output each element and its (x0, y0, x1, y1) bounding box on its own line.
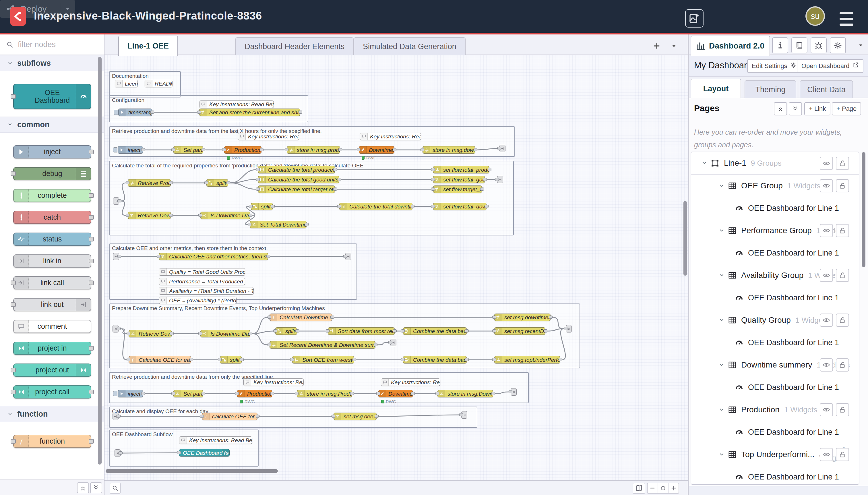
palette-node-link-out[interactable]: link out (13, 298, 91, 311)
edit-settings-button[interactable]: Edit Settings (747, 59, 801, 73)
input-port[interactable] (420, 148, 424, 151)
output-port[interactable] (248, 214, 252, 217)
flow-node-link-in[interactable] (112, 325, 119, 332)
output-port[interactable] (240, 358, 244, 361)
input-port[interactable] (198, 332, 202, 335)
palette-node-inject[interactable]: inject (13, 145, 91, 158)
flow-node-link-out[interactable] (461, 411, 467, 419)
output-port[interactable] (483, 178, 487, 181)
output-port[interactable] (305, 223, 309, 226)
flow-node-join[interactable]: Combine the data back into an array. (403, 327, 467, 335)
palette-node-complete[interactable]: complete (13, 189, 91, 202)
palette-node-project-call[interactable]: project call (13, 385, 91, 398)
tab-dashboard-2[interactable]: Dashboard 2.0 (691, 36, 770, 56)
output-port[interactable] (89, 193, 94, 198)
add-flow-button[interactable] (650, 40, 664, 52)
input-port[interactable] (492, 329, 496, 332)
flow-node-comment[interactable]: README (145, 80, 173, 87)
tree-row-page[interactable]: Line-19 Groups (691, 152, 859, 174)
flow-node-change[interactable]: set msg.downtimeSummery (494, 313, 551, 321)
tree-row-group[interactable]: Quality Group1 Widgets (691, 309, 859, 331)
flow-node-link-out[interactable] (345, 253, 351, 260)
output-port[interactable] (338, 148, 342, 151)
output-port[interactable] (350, 392, 354, 395)
palette-node-link-in[interactable]: link in (13, 254, 91, 268)
canvas-vertical-scrollbar[interactable] (683, 201, 687, 276)
canvas-search-button[interactable] (110, 483, 121, 494)
tree-row-group[interactable]: Top Underperformi...1Widgets (691, 443, 859, 466)
input-port[interactable] (492, 358, 496, 361)
collapse-pages-button[interactable] (774, 102, 787, 116)
output-port[interactable] (89, 259, 94, 263)
tree-row-widget[interactable]: OEE Dashboard for Line 1 (691, 287, 859, 309)
flow-node-link-out[interactable] (511, 388, 517, 396)
input-port[interactable] (197, 110, 201, 114)
input-port[interactable] (267, 343, 271, 346)
output-port[interactable] (480, 187, 484, 191)
output-port[interactable] (333, 168, 337, 171)
visibility-button[interactable] (820, 313, 833, 327)
input-port[interactable] (126, 214, 129, 217)
input-port[interactable] (431, 178, 435, 181)
input-port[interactable] (11, 390, 16, 394)
tab-client-data[interactable]: Client Data (800, 80, 853, 98)
output-port[interactable] (89, 280, 94, 285)
tree-row-group[interactable]: Downtime summery1 Widgets (691, 354, 859, 376)
input-port[interactable] (376, 392, 380, 395)
canvas-horizontal-scrollbar[interactable] (106, 469, 278, 473)
input-port[interactable] (218, 358, 222, 361)
flow-node-inject[interactable]: inject ↻ (118, 146, 143, 154)
flow-node-db[interactable]: ProductionData (237, 390, 272, 397)
flow-node-change[interactable]: Retrieve Production Data (128, 179, 171, 187)
flow-node-inject[interactable]: timestamp ¹ (118, 108, 152, 116)
flow-node-change[interactable]: set flow.total_downtime (433, 203, 487, 210)
output-port[interactable] (559, 358, 562, 361)
tree-row-group[interactable]: Production1 Widgets (691, 398, 859, 421)
flow-node-change[interactable]: store in msg.downtime_data (422, 146, 475, 154)
input-port[interactable] (126, 332, 130, 335)
palette-node-catch[interactable]: catch (13, 211, 91, 224)
flow-list-caret-icon[interactable] (667, 40, 680, 52)
palette-node-comment[interactable]: comment (13, 320, 91, 333)
input-port[interactable] (326, 329, 330, 332)
output-port[interactable] (226, 181, 230, 184)
output-port[interactable] (271, 392, 274, 395)
palette-category-subflows[interactable]: subflows (0, 55, 104, 71)
flow-node-split[interactable]: split (275, 327, 297, 335)
output-port[interactable] (549, 315, 553, 319)
output-port[interactable] (141, 148, 145, 151)
add-link-button[interactable]: + Link (804, 102, 830, 116)
visibility-button[interactable] (820, 358, 833, 372)
flow-node-change[interactable]: store in msg.ProductionData (297, 390, 352, 397)
input-port[interactable] (401, 358, 405, 361)
flow-node-change[interactable]: Retrieve Downtime Data (128, 330, 172, 337)
flow-node-db[interactable]: DowntimeData (359, 146, 394, 154)
flow-node-comment[interactable]: Key Instructions: Read Before Proceeding (243, 378, 304, 386)
tree-row-group[interactable]: Availability Group1 Widgets (691, 264, 859, 287)
input-port[interactable] (267, 315, 271, 319)
output-port[interactable] (352, 358, 356, 361)
flow-node-calc[interactable]: Calculate the total downtime duration (339, 203, 413, 210)
input-port[interactable] (285, 148, 289, 151)
filter-nodes-input[interactable] (18, 40, 90, 49)
output-port[interactable] (89, 346, 94, 351)
output-port[interactable] (411, 205, 415, 208)
palette-node-project-out[interactable]: project out (13, 363, 91, 377)
flow-node-join[interactable]: Combine the data back into an array. (403, 356, 467, 363)
palette-node-OEE-Dashboard[interactable]: OEE Dashboard (13, 84, 91, 109)
flow-node-link-out[interactable] (497, 176, 503, 183)
output-port[interactable] (330, 315, 334, 319)
palette-filter[interactable] (0, 34, 104, 55)
flow-node-calc[interactable]: Calculate the total target output of tod… (258, 186, 335, 193)
tree-row-widget[interactable]: OEE Dashboard for Line 1 (691, 376, 859, 398)
output-port[interactable] (248, 332, 252, 335)
output-port[interactable] (374, 343, 378, 346)
flow-node-calc[interactable]: Calculate the total produced units today (258, 166, 335, 173)
tab-layout[interactable]: Layout (691, 79, 741, 98)
flow-node-change[interactable]: Calculate OEE and other metrics, then st… (159, 253, 268, 260)
palette-category-function[interactable]: function (0, 406, 104, 422)
input-port[interactable] (171, 148, 175, 151)
flow-node-subflow[interactable]: OEE Dashboard for Line 1 (179, 449, 230, 457)
output-port[interactable] (337, 178, 341, 181)
flow-node-sort[interactable]: Sort OEE from worst to best (292, 356, 354, 363)
